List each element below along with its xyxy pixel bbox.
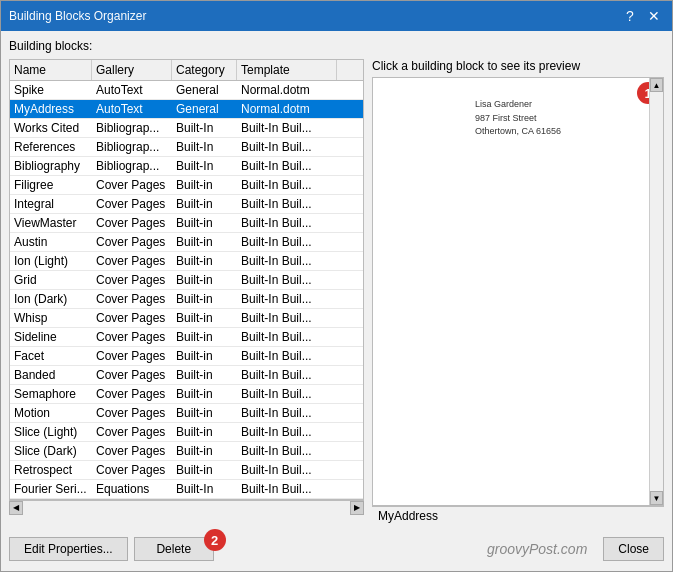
cell-gallery: Cover Pages bbox=[92, 347, 172, 365]
table-row[interactable]: Grid Cover Pages Built-in Built-In Buil.… bbox=[10, 271, 363, 290]
help-button[interactable]: ? bbox=[620, 6, 640, 26]
cell-gallery: Cover Pages bbox=[92, 423, 172, 441]
cell-gallery: Cover Pages bbox=[92, 290, 172, 308]
cell-category: Built-in bbox=[172, 271, 237, 289]
table-row[interactable]: Filigree Cover Pages Built-in Built-In B… bbox=[10, 176, 363, 195]
table-row[interactable]: References Bibliograp... Built-In Built-… bbox=[10, 138, 363, 157]
cell-template: Built-In Buil... bbox=[237, 271, 357, 289]
cell-gallery: Equations bbox=[92, 480, 172, 498]
preview-line2: 987 First Street bbox=[475, 112, 561, 126]
cell-template: Built-In Buil... bbox=[237, 423, 357, 441]
badge-2: 2 bbox=[204, 529, 226, 551]
cell-gallery: Bibliograp... bbox=[92, 138, 172, 156]
cell-category: Built-In bbox=[172, 480, 237, 498]
table-row[interactable]: Austin Cover Pages Built-in Built-In Bui… bbox=[10, 233, 363, 252]
col-header-category[interactable]: Category bbox=[172, 60, 237, 80]
dialog-body: Building blocks: Name Gallery Category T… bbox=[1, 31, 672, 571]
preview-scrollbar[interactable]: ▲ ▼ bbox=[649, 78, 663, 505]
scroll-right-button[interactable]: ▶ bbox=[350, 501, 364, 515]
cell-category: Built-in bbox=[172, 461, 237, 479]
cell-category: General bbox=[172, 100, 237, 118]
cell-gallery: Cover Pages bbox=[92, 442, 172, 460]
title-bar-controls: ? ✕ bbox=[620, 6, 664, 26]
cell-category: Built-in bbox=[172, 347, 237, 365]
cell-name: Slice (Dark) bbox=[10, 442, 92, 460]
table-row[interactable]: Works Cited Bibliograp... Built-In Built… bbox=[10, 119, 363, 138]
table-row[interactable]: Ion (Dark) Cover Pages Built-in Built-In… bbox=[10, 290, 363, 309]
preview-line1: Lisa Gardener bbox=[475, 98, 561, 112]
col-header-template[interactable]: Template bbox=[237, 60, 337, 80]
scroll-left-button[interactable]: ◀ bbox=[9, 501, 23, 515]
cell-template: Built-In Buil... bbox=[237, 461, 357, 479]
table-row[interactable]: Semaphore Cover Pages Built-in Built-In … bbox=[10, 385, 363, 404]
cell-gallery: Cover Pages bbox=[92, 328, 172, 346]
preview-line3: Othertown, CA 61656 bbox=[475, 125, 561, 139]
cell-template: Built-In Buil... bbox=[237, 404, 357, 422]
col-header-name[interactable]: Name bbox=[10, 60, 92, 80]
cell-gallery: Cover Pages bbox=[92, 366, 172, 384]
close-title-button[interactable]: ✕ bbox=[644, 6, 664, 26]
cell-template: Normal.dotm bbox=[237, 81, 357, 99]
table-row[interactable]: MyAddress AutoText General Normal.dotm bbox=[10, 100, 363, 119]
preview-name-bar: MyAddress bbox=[372, 506, 664, 525]
cell-name: References bbox=[10, 138, 92, 156]
table-row[interactable]: Integral Cover Pages Built-in Built-In B… bbox=[10, 195, 363, 214]
table-row[interactable]: Banded Cover Pages Built-in Built-In Bui… bbox=[10, 366, 363, 385]
cell-category: Built-in bbox=[172, 233, 237, 251]
cell-category: Built-In bbox=[172, 157, 237, 175]
cell-name: Ion (Light) bbox=[10, 252, 92, 270]
building-blocks-table: Name Gallery Category Template Spike Aut… bbox=[9, 59, 364, 500]
horizontal-scrollbar[interactable]: ◀ ▶ bbox=[9, 500, 364, 514]
cell-template: Built-In Buil... bbox=[237, 195, 357, 213]
preview-address: Lisa Gardener 987 First Street Othertown… bbox=[475, 98, 561, 139]
close-button[interactable]: Close bbox=[603, 537, 664, 561]
cell-gallery: Cover Pages bbox=[92, 271, 172, 289]
table-row[interactable]: Sideline Cover Pages Built-in Built-In B… bbox=[10, 328, 363, 347]
table-body[interactable]: Spike AutoText General Normal.dotm MyAdd… bbox=[10, 81, 363, 499]
table-row[interactable]: Spike AutoText General Normal.dotm bbox=[10, 81, 363, 100]
edit-properties-button[interactable]: Edit Properties... bbox=[9, 537, 128, 561]
scroll-up-button[interactable]: ▲ bbox=[650, 78, 663, 92]
footer-left: Edit Properties... Delete 2 bbox=[9, 537, 214, 561]
cell-template: Built-In Buil... bbox=[237, 157, 357, 175]
title-bar: Building Blocks Organizer ? ✕ bbox=[1, 1, 672, 31]
cell-name: ViewMaster bbox=[10, 214, 92, 232]
content-area: Name Gallery Category Template Spike Aut… bbox=[9, 59, 664, 525]
table-row[interactable]: Motion Cover Pages Built-in Built-In Bui… bbox=[10, 404, 363, 423]
table-row[interactable]: Bibliography Bibliograp... Built-In Buil… bbox=[10, 157, 363, 176]
cell-name: Fourier Seri... bbox=[10, 480, 92, 498]
scroll-down-button[interactable]: ▼ bbox=[650, 491, 663, 505]
cell-category: Built-In bbox=[172, 119, 237, 137]
table-row[interactable]: Ion (Light) Cover Pages Built-in Built-I… bbox=[10, 252, 363, 271]
scroll-track bbox=[650, 92, 663, 491]
table-row[interactable]: ViewMaster Cover Pages Built-in Built-In… bbox=[10, 214, 363, 233]
cell-category: Built-in bbox=[172, 442, 237, 460]
table-row[interactable]: Retrospect Cover Pages Built-in Built-In… bbox=[10, 461, 363, 480]
cell-gallery: Cover Pages bbox=[92, 195, 172, 213]
table-row[interactable]: Fourier Seri... Equations Built-In Built… bbox=[10, 480, 363, 499]
table-row[interactable]: Slice (Light) Cover Pages Built-in Built… bbox=[10, 423, 363, 442]
cell-template: Built-In Buil... bbox=[237, 138, 357, 156]
footer: Edit Properties... Delete 2 groovyPost.c… bbox=[9, 531, 664, 563]
table-row[interactable]: Facet Cover Pages Built-in Built-In Buil… bbox=[10, 347, 363, 366]
cell-name: Ion (Dark) bbox=[10, 290, 92, 308]
delete-button[interactable]: Delete bbox=[134, 537, 214, 561]
cell-template: Built-In Buil... bbox=[237, 252, 357, 270]
cell-template: Built-In Buil... bbox=[237, 347, 357, 365]
cell-category: Built-in bbox=[172, 328, 237, 346]
cell-category: Built-in bbox=[172, 195, 237, 213]
table-row[interactable]: Whisp Cover Pages Built-in Built-In Buil… bbox=[10, 309, 363, 328]
building-blocks-label: Building blocks: bbox=[9, 39, 664, 53]
h-scroll-track bbox=[23, 501, 350, 514]
table-header: Name Gallery Category Template bbox=[10, 60, 363, 81]
cell-template: Built-In Buil... bbox=[237, 442, 357, 460]
cell-name: MyAddress bbox=[10, 100, 92, 118]
col-header-gallery[interactable]: Gallery bbox=[92, 60, 172, 80]
cell-name: Filigree bbox=[10, 176, 92, 194]
cell-name: Banded bbox=[10, 366, 92, 384]
cell-category: Built-in bbox=[172, 423, 237, 441]
cell-gallery: AutoText bbox=[92, 81, 172, 99]
cell-gallery: Cover Pages bbox=[92, 404, 172, 422]
table-row[interactable]: Slice (Dark) Cover Pages Built-in Built-… bbox=[10, 442, 363, 461]
cell-template: Normal.dotm bbox=[237, 100, 357, 118]
